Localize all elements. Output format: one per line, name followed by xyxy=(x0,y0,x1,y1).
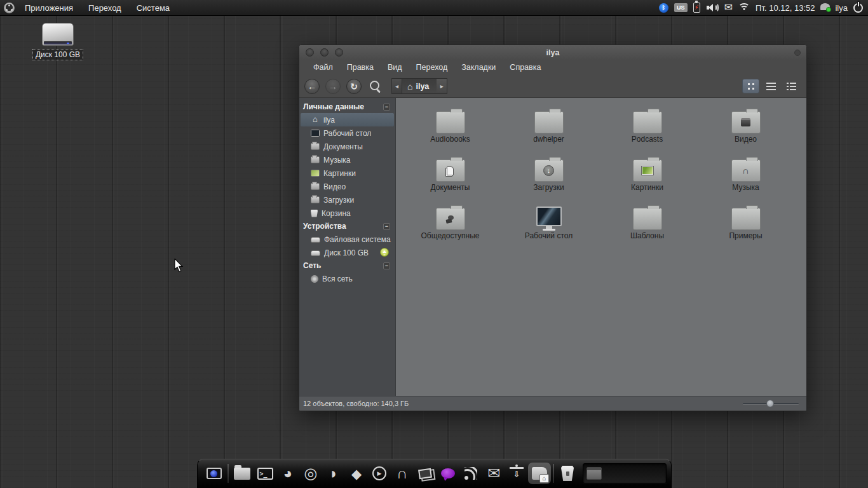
dock-trash-icon[interactable] xyxy=(556,463,579,484)
search-icon[interactable] xyxy=(367,79,383,94)
window-menu-button[interactable] xyxy=(794,50,801,56)
dock-audio-headphones-icon[interactable]: ∩ xyxy=(391,463,414,484)
file-video[interactable]: Видео xyxy=(696,105,795,154)
dock-file-manager-home-icon-active[interactable] xyxy=(528,463,551,484)
file-dwhelper[interactable]: dwhelper xyxy=(499,105,598,154)
drive-icon xyxy=(311,237,320,243)
dock-mail-icon[interactable]: ✉ xyxy=(482,463,505,484)
sidebar-item-entire-network[interactable]: Вся сеть xyxy=(301,272,394,285)
file-public[interactable]: Общедоступные xyxy=(401,202,499,250)
dock-rss-reader-icon[interactable] xyxy=(459,463,482,484)
file-label: Примеры xyxy=(729,231,762,240)
keyboard-layout-badge[interactable]: US xyxy=(674,3,688,12)
collapse-icon[interactable]: − xyxy=(383,262,390,269)
power-icon[interactable] xyxy=(853,3,863,13)
sidebar-item-music[interactable]: Музыка xyxy=(301,153,394,166)
collapse-icon[interactable]: − xyxy=(383,223,390,230)
sidebar-section-personal[interactable]: Личные данные − xyxy=(299,100,395,113)
menu-bookmarks[interactable]: Закладки xyxy=(455,61,502,74)
file-podcasts[interactable]: Podcasts xyxy=(598,105,696,154)
icon-view-button[interactable] xyxy=(742,79,759,93)
list-view-button[interactable] xyxy=(763,79,780,93)
dock-firefox-icon[interactable]: ◕ xyxy=(276,463,299,484)
window-item-thumbnail[interactable] xyxy=(587,467,602,480)
menu-view[interactable]: Вид xyxy=(381,61,409,74)
menu-applications[interactable]: Приложения xyxy=(20,1,78,15)
bluetooth-icon[interactable]: ᛒ xyxy=(659,3,668,13)
user-presence-icon[interactable] xyxy=(820,3,831,12)
back-button[interactable]: ← xyxy=(304,79,320,94)
menu-help[interactable]: Справка xyxy=(503,61,547,74)
statusbar: 12 объектов, свободно: 140,3 ГБ xyxy=(299,396,806,410)
file-view[interactable]: Audiobooks dwhelper Podcasts Видео Докум… xyxy=(396,98,806,396)
sidebar-item-documents[interactable]: Документы xyxy=(301,140,394,153)
sidebar-item-filesystem[interactable]: Файловая система xyxy=(301,233,394,246)
zoom-slider[interactable] xyxy=(743,400,799,407)
dock-downloads-scale-icon[interactable]: ⇩ xyxy=(505,463,528,484)
file-music[interactable]: ∩Музыка xyxy=(696,154,795,202)
dock-media-player-icon[interactable]: ▶ xyxy=(368,463,391,484)
username-label[interactable]: ilya xyxy=(835,3,848,13)
titlebar[interactable]: ilya xyxy=(299,45,806,60)
forward-button[interactable]: → xyxy=(325,79,341,94)
file-documents[interactable]: Документы xyxy=(401,154,499,202)
clock[interactable]: Пт. 10.12, 13:52 xyxy=(756,3,815,13)
eject-button[interactable] xyxy=(380,248,389,257)
file-desktop[interactable]: Рабочий стол xyxy=(499,202,598,250)
dock-window-list[interactable] xyxy=(583,463,667,484)
window-minimize-button[interactable] xyxy=(320,48,329,57)
window-close-button[interactable] xyxy=(306,48,314,57)
menu-edit[interactable]: Правка xyxy=(341,61,380,74)
battery-charging-icon[interactable]: ⚡ xyxy=(693,3,700,13)
desktop-icon xyxy=(311,130,320,137)
volume-icon[interactable] xyxy=(706,3,719,13)
sidebar-item-pictures[interactable]: Картинки xyxy=(301,166,394,180)
music-folder-icon: ∩ xyxy=(731,159,761,182)
compact-view-button[interactable] xyxy=(783,79,800,93)
collapse-icon[interactable]: − xyxy=(383,104,390,111)
list-view-icon xyxy=(766,83,776,90)
file-examples[interactable]: Примеры xyxy=(696,202,795,250)
menubar: Файл Правка Вид Переход Закладки Справка xyxy=(299,60,806,75)
distributor-logo-icon[interactable] xyxy=(4,3,15,13)
network-wifi-icon[interactable] xyxy=(738,3,750,12)
dock-file-browser-icon[interactable] xyxy=(231,463,254,484)
menu-system[interactable]: Система xyxy=(132,1,175,15)
path-scroll-left-icon[interactable]: ◂ xyxy=(391,78,402,94)
desktop-disk-icon[interactable]: Диск 100 GB xyxy=(31,23,85,60)
dock-chromium-icon[interactable]: ◎ xyxy=(299,463,322,484)
folder-icon xyxy=(311,196,320,203)
dock-photo-manager-icon[interactable] xyxy=(414,463,437,484)
slider-knob[interactable] xyxy=(766,400,774,407)
menu-go[interactable]: Переход xyxy=(410,61,454,74)
window-maximize-button[interactable] xyxy=(335,48,343,57)
home-icon: ⌂ xyxy=(407,82,412,91)
mail-icon[interactable]: ✉ xyxy=(724,1,733,14)
menu-file[interactable]: Файл xyxy=(307,61,339,74)
dock-separator xyxy=(553,464,554,483)
sidebar-section-network[interactable]: Сеть − xyxy=(299,259,395,272)
path-home-button[interactable]: ⌂ilya xyxy=(402,78,437,94)
dock-terminal-icon[interactable]: >_ xyxy=(254,463,276,484)
folder-icon xyxy=(311,156,320,163)
sidebar-item-trash[interactable]: Корзина xyxy=(301,207,394,220)
sidebar-item-home[interactable]: ⌂ilya xyxy=(301,113,394,126)
path-scroll-right-icon[interactable]: ▸ xyxy=(437,78,447,94)
file-pictures[interactable]: Картинки xyxy=(598,154,696,202)
reload-button[interactable]: ↻ xyxy=(346,79,362,94)
sidebar-item-desktop[interactable]: Рабочий стол xyxy=(301,126,394,140)
dock-songbird-icon[interactable]: ◗ xyxy=(322,463,345,484)
file-templates[interactable]: Шаблоны xyxy=(598,202,696,250)
sidebar-section-devices[interactable]: Устройства − xyxy=(299,220,395,233)
sidebar-item-label: Корзина xyxy=(322,209,351,218)
dock-messenger-icon[interactable] xyxy=(437,463,459,484)
sidebar-item-disk-100gb[interactable]: Диск 100 GB xyxy=(301,246,394,259)
file-downloads[interactable]: ↓Загрузки xyxy=(499,154,598,202)
sidebar-item-videos[interactable]: Видео xyxy=(301,180,394,193)
sidebar-item-downloads[interactable]: Загрузки xyxy=(301,193,394,207)
folder-icon xyxy=(436,111,465,133)
menu-places[interactable]: Переход xyxy=(83,1,126,15)
file-audiobooks[interactable]: Audiobooks xyxy=(401,105,499,154)
dock-inkscape-icon[interactable]: ◆ xyxy=(345,463,368,484)
docky-anchor-icon[interactable] xyxy=(203,463,226,484)
